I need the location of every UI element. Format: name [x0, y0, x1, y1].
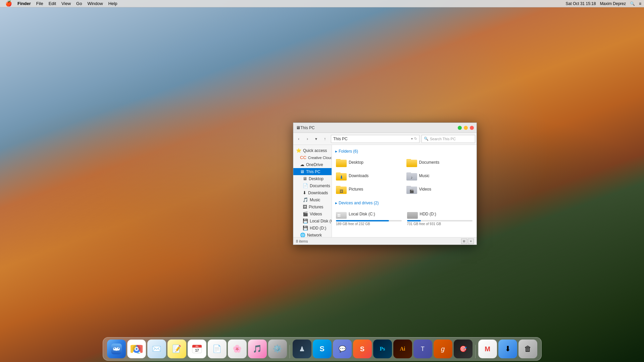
refresh-icon[interactable]: ↻ [414, 137, 417, 141]
folder-documents[interactable]: Documents [405, 156, 474, 168]
sidebar-item-desktop[interactable]: 🖥 Desktop [293, 175, 332, 182]
sidebar-item-onedrive[interactable]: ☁ OneDrive [293, 161, 332, 168]
dock-photos[interactable]: 🌸 [228, 340, 247, 358]
local-disk-bar-container [336, 220, 402, 221]
dock-system-preferences[interactable]: ⚙️ [268, 340, 287, 358]
dock-downloads-folder[interactable]: ⬇ [498, 340, 517, 358]
dock-trash[interactable]: 🗑 [518, 340, 537, 358]
videos-icon: 🎬 [303, 211, 308, 216]
local-disk-bar [336, 220, 389, 221]
folder-music[interactable]: ♪ Music [405, 170, 474, 182]
dock-illustrator[interactable]: Ai [393, 340, 412, 358]
drive-local-c[interactable]: Local Disk (C:) 189 GB free of 232 GB [335, 208, 403, 227]
dock-mail-app[interactable]: ✉️ [147, 340, 166, 358]
dock-finder[interactable] [107, 340, 126, 358]
sidebar-item-network[interactable]: 🌐 Network [293, 231, 332, 237]
menubar-help[interactable]: Help [106, 0, 120, 7]
explorer-window: 🖥 This PC ‹ › ▾ ↑ This PC ▾ ↻ 🔍 Search T… [293, 122, 477, 245]
drive-hdd-d[interactable]: HDD (D:) 731 GB free of 931 GB [406, 208, 474, 227]
devices-section-header[interactable]: Devices and drives (2) [335, 199, 474, 207]
minimize-button[interactable] [464, 126, 468, 130]
dock-discord[interactable]: 💬 [333, 340, 352, 358]
music-folder-icon: ♪ [406, 171, 417, 180]
main-content: Folders (6) Desktop Docum [332, 145, 477, 237]
folder-desktop[interactable]: Desktop [335, 156, 404, 168]
documents-folder-icon [406, 158, 417, 167]
window-body: ⭐ Quick access CC Creative Cloud Files ☁… [293, 145, 477, 237]
music-icon: 🎵 [303, 197, 308, 202]
folders-grid: Desktop Documents ⬇ [335, 156, 474, 195]
svg-point-5 [114, 348, 115, 349]
drives-grid: Local Disk (C:) 189 GB free of 232 GB HD… [335, 208, 474, 227]
window-statusbar: 8 items ⊞ ≡ [293, 237, 477, 245]
thispc-icon: 🖥 [300, 169, 304, 174]
dock-itunes[interactable]: 🎵 [248, 340, 267, 358]
menubar-edit[interactable]: Edit [46, 0, 59, 7]
menubar-list-icon[interactable]: ≡ [639, 1, 641, 6]
downloads-icon: ⬇ [303, 190, 306, 195]
menubar-finder[interactable]: Finder [15, 0, 34, 7]
dock-skype[interactable]: S [313, 340, 332, 358]
window-traffic-lights [458, 126, 474, 130]
menubar-search-icon[interactable]: 🔍 [630, 1, 635, 6]
sidebar-item-hdd[interactable]: 💾 HDD (D:) [293, 224, 332, 231]
window-titlebar: 🖥 This PC [293, 123, 477, 133]
menubar-view[interactable]: View [59, 0, 73, 7]
folder-videos[interactable]: 🎬 Videos [405, 183, 474, 195]
maximize-button[interactable] [458, 126, 462, 130]
close-button[interactable] [470, 126, 474, 130]
back-button[interactable]: ‹ [295, 135, 303, 143]
folder-pictures[interactable]: 🖼 Pictures [335, 183, 404, 195]
dock-separator [290, 345, 290, 358]
dock-csgo[interactable]: 🎯 [454, 340, 473, 358]
apple-menu[interactable]: 🍎 [3, 0, 15, 7]
menubar-file[interactable]: File [34, 0, 46, 7]
svg-point-10 [136, 348, 138, 350]
dock-chrome[interactable] [127, 340, 146, 358]
list-view-button[interactable]: ≡ [468, 239, 474, 244]
search-icon: 🔍 [424, 137, 429, 141]
sidebar-item-creativecloud[interactable]: CC Creative Cloud Files [293, 154, 332, 161]
documents-icon: 📄 [303, 183, 308, 188]
dock-swiftly[interactable]: S [353, 340, 372, 358]
window-title: This PC [300, 125, 458, 130]
cc-icon: CC [300, 155, 306, 160]
hdd-bar [407, 220, 421, 221]
forward-button[interactable]: › [303, 135, 311, 143]
recent-button[interactable]: ▾ [312, 135, 320, 143]
dock-steam[interactable]: ♟ [293, 340, 311, 358]
svg-point-6 [118, 348, 119, 349]
sidebar-item-pictures[interactable]: 🖼 Pictures [293, 203, 332, 210]
disk-icon: 💾 [303, 218, 308, 223]
dock-goodlinks[interactable]: g [434, 340, 452, 358]
sidebar-item-videos[interactable]: 🎬 Videos [293, 210, 332, 217]
sidebar-item-documents[interactable]: 📄 Documents [293, 182, 332, 189]
dock-pages[interactable]: 📄 [208, 340, 227, 358]
hdd-bar-container [407, 220, 473, 221]
menubar-go[interactable]: Go [73, 0, 85, 7]
address-bar[interactable]: This PC ▾ ↻ [331, 135, 419, 143]
menubar-user: Maxim Deprez [600, 1, 626, 6]
view-buttons: ⊞ ≡ [461, 239, 474, 244]
desktop-icon: 🖥 [303, 176, 307, 181]
menubar-datetime: Sat Oct 31 15:18 [566, 1, 596, 6]
sidebar-item-localdisk[interactable]: 💾 Local Disk (C:) [293, 217, 332, 224]
up-button[interactable]: ↑ [321, 135, 329, 143]
search-bar[interactable]: 🔍 Search This PC [422, 135, 475, 143]
local-disk-info: 189 GB free of 232 GB [336, 222, 402, 226]
grid-view-button[interactable]: ⊞ [461, 239, 467, 244]
dock-airmail[interactable]: M [478, 340, 497, 358]
menubar: 🍎 Finder File Edit View Go Window Help S… [0, 0, 644, 7]
dock-calendar[interactable]: JUL 17 [188, 340, 206, 358]
dock-notes[interactable]: 📝 [167, 340, 186, 358]
sidebar-item-downloads[interactable]: ⬇ Downloads [293, 189, 332, 196]
sidebar-item-quickaccess[interactable]: ⭐ Quick access [293, 147, 332, 154]
dock-teams[interactable]: T [413, 340, 432, 358]
dock-photoshop[interactable]: Ps [373, 340, 392, 358]
sidebar-item-music[interactable]: 🎵 Music [293, 196, 332, 203]
menubar-window[interactable]: Window [85, 0, 105, 7]
folder-downloads[interactable]: ⬇ Downloads [335, 170, 404, 182]
address-chevron-icon: ▾ [411, 137, 413, 141]
folders-section-header[interactable]: Folders (6) [335, 148, 474, 155]
sidebar-item-thispc[interactable]: 🖥 This PC [293, 168, 332, 175]
